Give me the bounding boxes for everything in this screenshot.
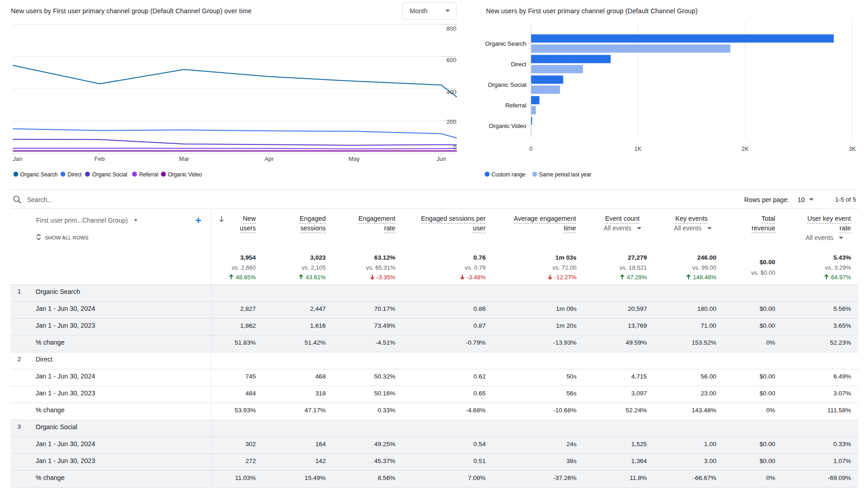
svg-text:Jan: Jan [13, 155, 22, 162]
svg-text:Referral: Referral [505, 102, 526, 109]
svg-text:400: 400 [446, 89, 456, 96]
svg-text:1K: 1K [635, 145, 642, 152]
svg-text:3K: 3K [849, 145, 856, 152]
svg-text:Same period last year: Same period last year [539, 171, 591, 178]
svg-text:600: 600 [446, 57, 456, 64]
svg-text:Organic Search: Organic Search [485, 40, 526, 47]
svg-text:2K: 2K [741, 145, 749, 152]
svg-text:Direct: Direct [68, 171, 82, 178]
svg-text:Custom range: Custom range [492, 171, 526, 178]
svg-text:0: 0 [453, 144, 456, 151]
svg-text:0: 0 [529, 145, 532, 152]
svg-text:May: May [349, 155, 360, 162]
svg-text:Feb: Feb [95, 155, 105, 162]
svg-text:Referral: Referral [139, 171, 158, 178]
svg-text:Organic Search: Organic Search [20, 171, 58, 178]
svg-text:800: 800 [446, 25, 456, 32]
svg-text:Direct: Direct [511, 61, 526, 68]
svg-text:Organic Video: Organic Video [489, 122, 526, 129]
svg-text:Organic Video: Organic Video [168, 171, 202, 178]
svg-text:Organic Social: Organic Social [488, 81, 527, 88]
svg-text:Mar: Mar [179, 155, 190, 162]
svg-text:Organic Social: Organic Social [92, 171, 127, 178]
svg-text:200: 200 [446, 118, 456, 125]
svg-text:Apr: Apr [265, 155, 274, 162]
svg-text:Jun: Jun [437, 155, 446, 162]
